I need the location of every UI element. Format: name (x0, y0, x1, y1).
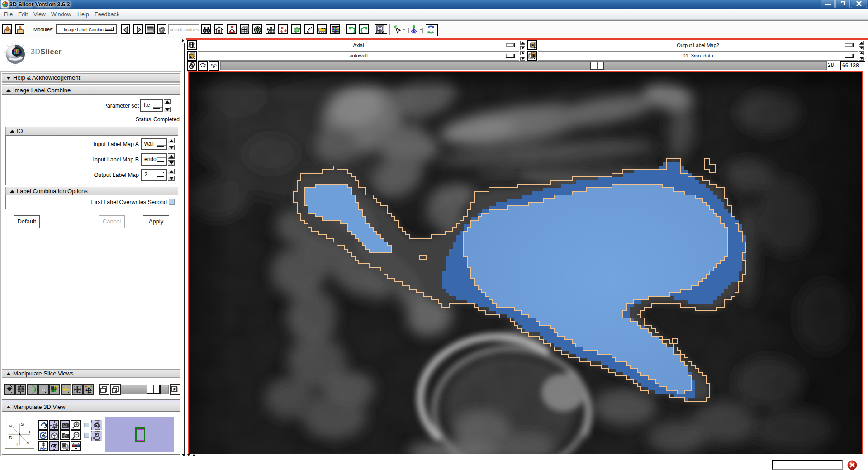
svg-text:F: F (173, 387, 176, 392)
svg-text:A: A (27, 440, 30, 445)
svg-text:I: I (16, 442, 18, 446)
svg-text:S: S (21, 422, 24, 427)
svg-text:R: R (9, 435, 12, 440)
svg-text:F: F (531, 43, 534, 47)
svg-text:B: B (532, 53, 535, 57)
svg-text:B: B (114, 389, 116, 393)
svg-text:L: L (190, 55, 192, 59)
svg-text:L: L (29, 429, 32, 434)
svg-text:P: P (9, 423, 12, 428)
